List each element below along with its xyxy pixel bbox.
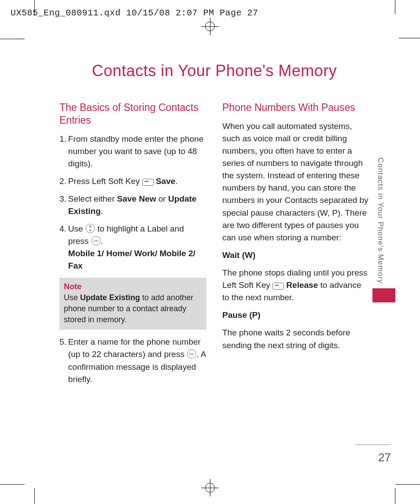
crop-mark — [0, 39, 25, 39]
soft-key-icon — [273, 283, 284, 290]
text: Press Left Soft Key — [68, 177, 142, 186]
crop-mark — [395, 0, 395, 14]
svg-text:OK: OK — [189, 352, 194, 356]
bold-text: Update Existing — [80, 293, 140, 302]
text: Enter a name for the phone number (up to… — [68, 337, 201, 359]
print-header: UX585_Eng_080911.qxd 10/15/08 2:07 PM Pa… — [11, 8, 258, 18]
text: . — [175, 177, 177, 186]
paragraph: The phone waits 2 seconds before sending… — [222, 327, 369, 351]
step-number: 4. — [59, 223, 66, 272]
subheading-pause: Pause (P) — [222, 310, 261, 320]
svg-rect-7 — [273, 283, 284, 290]
registration-mark-icon — [201, 479, 219, 498]
text: . — [101, 236, 103, 246]
crop-mark — [395, 488, 395, 504]
step-text: Enter a name for the phone number (up to… — [68, 336, 206, 385]
side-tab-label: Contacts in Your Phone's Memory — [376, 158, 385, 284]
note-box: Note Use Update Existing to add another … — [59, 278, 206, 330]
soft-key-icon — [142, 179, 154, 186]
step-number: 1. — [59, 133, 66, 170]
svg-text:OK: OK — [93, 239, 99, 243]
svg-rect-0 — [142, 179, 153, 185]
step-number: 2. — [59, 175, 66, 188]
paragraph: The phone stops dialing until you press … — [222, 267, 369, 304]
svg-rect-1 — [144, 181, 148, 182]
text: or — [158, 194, 168, 203]
page-number: 27 — [378, 451, 391, 464]
crop-mark — [395, 484, 420, 485]
page-title: Contacts in Your Phone's Memory — [59, 62, 369, 80]
subheading-wait: Wait (W) — [222, 250, 255, 260]
step-number: 5. — [59, 336, 66, 385]
svg-rect-8 — [275, 285, 279, 286]
side-tab-bar — [372, 288, 395, 302]
page-number-rule — [355, 445, 391, 445]
note-label: Note — [64, 282, 81, 291]
crop-mark — [34, 488, 35, 504]
crop-mark — [34, 0, 35, 16]
paragraph: When you call automated systems, such as… — [222, 120, 369, 244]
crop-mark — [0, 484, 25, 485]
step-text: Select either Save New or Update Existin… — [68, 193, 206, 217]
section-heading-pauses: Phone Numbers With Pauses — [222, 101, 369, 114]
bold-text: Mobile 1/ Home/ Work/ Mobile 2/ Fax — [68, 249, 195, 270]
bold-text: Release — [286, 280, 318, 290]
text: Use — [68, 224, 85, 233]
registration-mark-icon — [201, 18, 219, 37]
step-text: Press Left Soft Key Save. — [68, 175, 206, 188]
step-text: Use to highlight a Label and press OK . … — [68, 223, 206, 272]
text: . — [101, 206, 103, 216]
text: Select either — [68, 194, 117, 203]
text: Use — [64, 293, 80, 302]
step-number: 3. — [59, 193, 66, 217]
bold-text: Save — [156, 177, 175, 186]
section-heading-basics: The Basics of Storing Contacts Entries — [59, 101, 206, 127]
bold-text: Save New — [117, 194, 156, 203]
step-text: From standby mode enter the phone number… — [68, 133, 206, 170]
nav-key-icon — [85, 224, 95, 233]
ok-key-icon: OK — [91, 236, 101, 246]
crop-mark — [399, 38, 420, 38]
ok-key-icon: OK — [187, 349, 196, 359]
